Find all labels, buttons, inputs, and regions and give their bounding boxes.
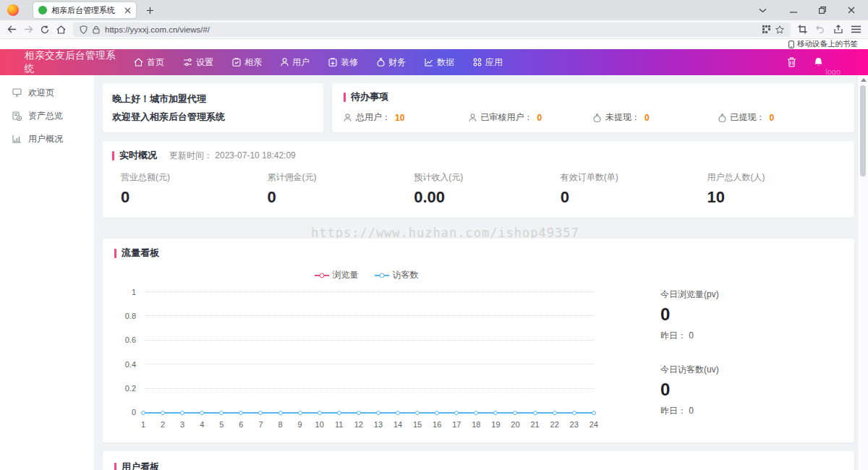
x-tick-label: 16 bbox=[430, 420, 443, 429]
nav-label: 相亲 bbox=[244, 56, 262, 69]
nav-item-data[interactable]: 数据 bbox=[415, 49, 464, 75]
y-tick-label: 0 bbox=[132, 408, 136, 416]
bar-chart-icon bbox=[12, 134, 22, 143]
data-point bbox=[298, 411, 302, 415]
data-point bbox=[278, 411, 283, 415]
x-tick-label: 13 bbox=[372, 420, 385, 429]
reload-icon[interactable] bbox=[41, 25, 49, 34]
x-tick-label: 19 bbox=[489, 420, 502, 429]
nav-item-decorate[interactable]: 装修 bbox=[319, 49, 367, 75]
x-tick-label: 6 bbox=[234, 420, 247, 429]
overview-stat: 营业总额(元) 0 bbox=[112, 171, 259, 207]
data-point bbox=[239, 411, 243, 415]
traffic-line-chart[interactable]: 10.80.60.40.20 1234567891011121314151617… bbox=[114, 291, 618, 436]
url-bar[interactable]: https://yyxxj.com.cn/views/#/ bbox=[73, 22, 791, 37]
y-tick-label: 0.6 bbox=[125, 336, 136, 344]
nav-item-apps[interactable]: 应用 bbox=[464, 49, 512, 75]
x-tick-label: 1 bbox=[137, 420, 150, 429]
top-navigation: 首页 设置 相亲 用户 装修 财务 数据 应用 bbox=[124, 49, 512, 75]
x-tick-label: 14 bbox=[391, 420, 404, 429]
nav-item-users[interactable]: 用户 bbox=[271, 49, 319, 75]
nav-label: 财务 bbox=[388, 56, 406, 69]
new-tab-icon[interactable] bbox=[146, 7, 154, 14]
back-icon[interactable] bbox=[7, 25, 17, 33]
stat-value: 0 bbox=[644, 113, 650, 123]
firefox-logo-icon[interactable] bbox=[7, 4, 19, 16]
main-content: 晚上好！城市加盟代理 欢迎登入相亲后台管理系统 待办事项 总用户： 10 bbox=[94, 75, 857, 470]
title-accent-bar bbox=[344, 93, 346, 102]
update-time: 更新时间： 2023-07-10 18:42:09 bbox=[169, 150, 296, 162]
forward-icon[interactable] bbox=[24, 25, 33, 33]
stat-label: 累计佣金(元) bbox=[259, 171, 406, 184]
data-point-markers bbox=[143, 411, 594, 415]
stat-label: 预计收入(元) bbox=[405, 171, 552, 184]
hamburger-menu-icon[interactable] bbox=[851, 25, 861, 33]
sidebar: 欢迎页 资产总览 用户概况 bbox=[0, 75, 94, 470]
stat-value: 0 bbox=[259, 188, 406, 207]
scrollbar-up-arrow-icon[interactable] bbox=[861, 78, 867, 82]
decorate-icon bbox=[328, 58, 337, 67]
list-tabs-chevron-icon[interactable] bbox=[759, 8, 767, 13]
nav-label: 装修 bbox=[341, 56, 358, 69]
nav-item-matchmaking[interactable]: 相亲 bbox=[223, 49, 271, 75]
x-axis-labels: 123456789101112131415161718192021222324 bbox=[143, 420, 594, 429]
share-send-icon[interactable] bbox=[834, 25, 843, 34]
nav-item-home[interactable]: 首页 bbox=[124, 49, 174, 75]
data-point bbox=[415, 411, 420, 415]
sidebar-item-welcome[interactable]: 欢迎页 bbox=[0, 81, 94, 104]
nav-item-finance[interactable]: 财务 bbox=[367, 49, 415, 75]
tab-close-icon[interactable] bbox=[124, 7, 131, 14]
overview-stat: 有效订单数(单) 0 bbox=[552, 171, 699, 207]
page-scrollbar[interactable] bbox=[857, 75, 868, 470]
x-tick-label: 23 bbox=[568, 420, 581, 429]
window-minimize-icon[interactable] bbox=[790, 7, 797, 14]
legend-pv[interactable]: 浏览量 bbox=[315, 269, 359, 281]
uv-stat-block: 今日访客数(uv) 0 昨日： 0 bbox=[660, 364, 843, 417]
data-point bbox=[454, 411, 459, 415]
x-tick-label: 7 bbox=[254, 420, 267, 429]
todo-stat-not-withdrawn: 未提现： 0 bbox=[593, 111, 718, 124]
todo-stat-total-users: 总用户： 10 bbox=[344, 111, 469, 124]
scrollbar-thumb[interactable] bbox=[860, 85, 866, 176]
apps-grid-icon bbox=[473, 58, 482, 67]
trash-icon[interactable] bbox=[787, 57, 796, 67]
window-close-icon[interactable] bbox=[848, 7, 855, 14]
y-tick-label: 1 bbox=[132, 288, 136, 296]
data-point bbox=[141, 411, 145, 415]
data-point bbox=[180, 411, 184, 415]
data-point bbox=[396, 411, 400, 415]
sidebar-item-user-overview[interactable]: 用户概况 bbox=[0, 127, 94, 150]
data-point bbox=[493, 411, 498, 415]
x-tick-label: 24 bbox=[587, 420, 600, 429]
line-chart-icon bbox=[425, 58, 433, 67]
sidebar-item-label: 用户概况 bbox=[28, 133, 63, 145]
sidebar-item-assets[interactable]: 资产总览 bbox=[0, 104, 94, 127]
qr-extension-icon[interactable] bbox=[762, 25, 770, 33]
bookmark-star-icon[interactable] bbox=[775, 25, 784, 34]
bell-icon[interactable] bbox=[814, 57, 823, 67]
url-text[interactable]: https://yyxxj.com.cn/views/#/ bbox=[105, 25, 757, 34]
legend-label: 浏览量 bbox=[333, 269, 359, 281]
home-icon[interactable] bbox=[56, 25, 66, 34]
pv-yesterday: 昨日： 0 bbox=[660, 330, 843, 342]
money-bag-icon bbox=[718, 114, 726, 122]
settings-icon bbox=[183, 58, 192, 67]
browser-tab[interactable]: 相亲后台管理系统 bbox=[33, 2, 136, 18]
x-tick-label: 10 bbox=[313, 420, 326, 429]
lock-icon[interactable] bbox=[93, 25, 100, 34]
x-tick-label: 17 bbox=[450, 420, 463, 429]
data-point bbox=[435, 411, 439, 415]
todo-card: 待办事项 总用户： 10 已审核用户： 0 未提现： bbox=[332, 83, 854, 132]
bookmarks-strip: 移动设备上的书签 bbox=[0, 39, 868, 49]
stat-label: 已审核用户： bbox=[481, 111, 533, 124]
shield-icon[interactable] bbox=[80, 25, 88, 34]
data-point bbox=[318, 411, 322, 415]
nav-item-settings[interactable]: 设置 bbox=[174, 49, 223, 75]
screenshot-crop-icon[interactable] bbox=[798, 25, 807, 34]
clipboard-icon bbox=[232, 58, 241, 67]
mobile-bookmarks-label[interactable]: 移动设备上的书签 bbox=[797, 39, 858, 49]
window-maximize-icon[interactable] bbox=[819, 7, 826, 14]
legend-uv[interactable]: 访客数 bbox=[375, 269, 419, 281]
undo-icon[interactable] bbox=[816, 25, 825, 33]
data-point bbox=[200, 411, 204, 415]
